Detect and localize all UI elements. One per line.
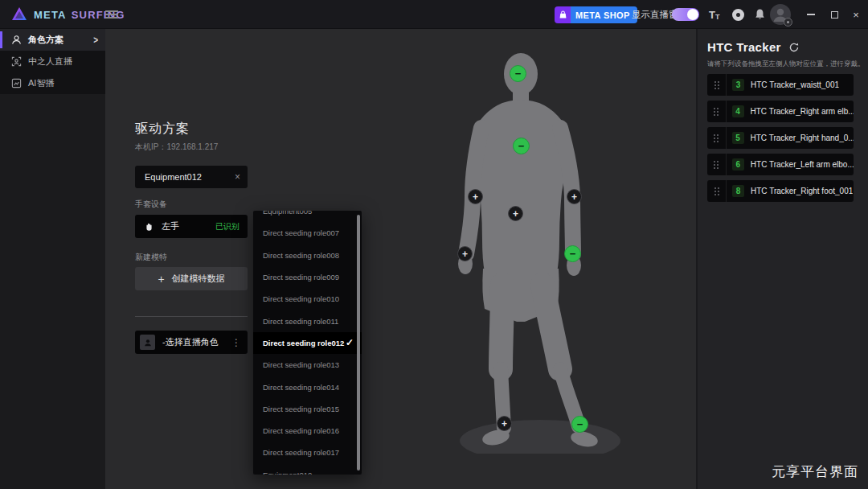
- person-icon: [10, 35, 22, 46]
- local-ip-label: 本机IP：192.168.1.217: [135, 142, 218, 153]
- divider: [135, 316, 248, 317]
- tracker-item[interactable]: 4 HTC Tracker_Right arm elb...: [707, 101, 854, 122]
- face-scan-icon: [10, 56, 22, 68]
- dropdown-item[interactable]: Direct seeding role017: [253, 442, 362, 463]
- role-dropdown: Equipment005 Direct seeding role007 Dire…: [253, 211, 362, 475]
- glove-section-label: 手套设备: [135, 199, 167, 210]
- shop-bag-icon: [555, 6, 571, 23]
- dropdown-item[interactable]: Direct seeding role010: [253, 288, 362, 310]
- dropdown-item-partial[interactable]: Equipment005: [253, 211, 362, 222]
- new-model-label: 新建模特: [135, 252, 167, 263]
- tracker-item[interactable]: 3 HTC Tracker_waistt_001: [707, 74, 854, 96]
- tracker-item[interactable]: 8 HTC Tracker_Right foot_001: [707, 180, 854, 202]
- dropdown-item[interactable]: Direct seeding role014: [253, 376, 362, 397]
- tracker-name: HTC Tracker_Right foot_001: [751, 187, 853, 195]
- app-window: META SURFING META SHOP 显示直播窗口 TT: [0, 0, 868, 489]
- tracker-number-badge: 6: [732, 158, 744, 171]
- dropdown-item-partial[interactable]: Equipment010: [253, 464, 362, 475]
- create-model-label: 创建模特数据: [172, 273, 225, 285]
- tracker-item[interactable]: 6 HTC Tracker_Left arm elbo...: [707, 154, 854, 175]
- dropdown-item[interactable]: Direct seeding role007: [253, 222, 362, 244]
- drag-handle-icon[interactable]: [707, 101, 727, 122]
- tracker-marker-right-ankle[interactable]: −: [571, 416, 588, 433]
- notifications-bell-icon[interactable]: [754, 8, 766, 21]
- hand-icon: [144, 221, 154, 232]
- tracker-panel-title: HTC Tracker: [707, 40, 781, 54]
- tracker-marker-left-elbow[interactable]: +: [468, 189, 483, 204]
- sidebar-item-ai-live[interactable]: AI智播: [0, 72, 105, 94]
- sidebar-item-label: AI智播: [28, 77, 54, 89]
- glove-status-badge: 已识别: [215, 221, 240, 232]
- htc-tracker-panel: HTC Tracker 请将下列设备拖拽至左侧人物对应位置，进行穿戴。 3 HT…: [696, 29, 868, 489]
- tracker-name: HTC Tracker_Right arm elb...: [751, 107, 854, 116]
- tracker-number-badge: 3: [732, 79, 744, 91]
- role-select[interactable]: -选择直播角色 ⋮: [135, 331, 248, 354]
- dropdown-item[interactable]: Direct seeding role016: [253, 420, 362, 442]
- app-logo-icon: [10, 6, 28, 23]
- dropdown-item-selected[interactable]: Direct seeding role012 ✓: [253, 332, 362, 354]
- role-avatar-icon: [140, 335, 155, 350]
- tracker-name: HTC Tracker_waistt_001: [751, 80, 839, 89]
- tracker-marker-chest[interactable]: −: [513, 138, 530, 154]
- sidebar-item-role-plan[interactable]: 角色方案 >: [0, 29, 105, 51]
- equipment-input-box: ×: [135, 166, 248, 188]
- tracker-panel-title-row: HTC Tracker: [707, 40, 858, 54]
- sidebar-menu: 角色方案 > 中之人直播 AI智播: [0, 29, 105, 94]
- tracker-number-badge: 4: [732, 105, 744, 117]
- role-select-value: -选择直播角色: [162, 336, 219, 348]
- drag-handle-icon[interactable]: [707, 154, 727, 175]
- hamburger-menu-icon[interactable]: [105, 10, 118, 18]
- meta-shop-label: META SHOP: [571, 6, 637, 23]
- tracker-item[interactable]: 5 HTC Tracker_Right hand_0...: [707, 127, 854, 149]
- text-size-icon[interactable]: TT: [709, 0, 719, 29]
- tracker-marker-right-elbow[interactable]: +: [567, 189, 582, 204]
- dropdown-scrollbar[interactable]: [357, 215, 360, 471]
- clear-input-icon[interactable]: ×: [235, 171, 240, 183]
- record-icon[interactable]: [732, 9, 744, 21]
- ai-live-icon: [10, 78, 22, 89]
- window-close-button[interactable]: ×: [845, 0, 867, 29]
- top-bar: META SURFING META SHOP 显示直播窗口 TT: [0, 0, 868, 29]
- dropdown-item[interactable]: Direct seeding role008: [253, 244, 362, 266]
- sidebar-item-avatar-live[interactable]: 中之人直播: [0, 51, 105, 72]
- dropdown-item[interactable]: Direct seeding role009: [253, 266, 362, 288]
- tracker-marker-head[interactable]: −: [510, 65, 526, 82]
- tracker-name: HTC Tracker_Left arm elbo...: [751, 160, 854, 169]
- plus-icon: +: [158, 273, 164, 286]
- tracker-marker-left-ankle[interactable]: +: [497, 416, 512, 431]
- window-maximize-button[interactable]: [823, 0, 845, 29]
- dropdown-item[interactable]: Direct seeding role015: [253, 398, 362, 420]
- dropdown-item[interactable]: Direct seeding role011: [253, 310, 362, 331]
- tracker-number-badge: 5: [732, 132, 744, 144]
- tracker-panel-subtitle: 请将下列设备拖拽至左侧人物对应位置，进行穿戴。: [707, 60, 858, 69]
- glove-device-row[interactable]: 左手 已识别: [135, 215, 248, 238]
- chevron-right-icon: >: [93, 34, 98, 45]
- dropdown-item[interactable]: Direct seeding role013: [253, 354, 362, 376]
- tracker-marker-waist[interactable]: +: [508, 206, 523, 221]
- avatar-badge: [784, 18, 792, 27]
- drag-handle-icon[interactable]: [707, 180, 727, 202]
- tracker-marker-right-wrist[interactable]: −: [564, 245, 581, 262]
- tracker-name: HTC Tracker_Right hand_0...: [751, 134, 854, 142]
- drag-handle-icon[interactable]: [707, 74, 727, 96]
- sidebar-item-label: 中之人直播: [28, 55, 72, 68]
- check-icon: ✓: [346, 337, 354, 348]
- drag-handle-icon[interactable]: [707, 127, 727, 149]
- create-model-button[interactable]: + 创建模特数据: [135, 267, 248, 290]
- meta-shop-button[interactable]: META SHOP: [555, 6, 637, 23]
- more-options-icon[interactable]: ⋮: [231, 337, 241, 348]
- sidebar: [0, 29, 105, 489]
- show-live-window-toggle[interactable]: [672, 8, 699, 21]
- user-avatar[interactable]: [770, 4, 791, 25]
- platform-watermark: 元享平台界面: [772, 462, 858, 481]
- refresh-icon[interactable]: [788, 42, 800, 53]
- window-minimize-button[interactable]: [800, 0, 822, 29]
- glove-hand-label: 左手: [162, 220, 179, 232]
- sidebar-item-label: 角色方案: [28, 34, 63, 46]
- page-title: 驱动方案: [135, 121, 190, 138]
- tracker-marker-left-wrist[interactable]: +: [457, 246, 473, 261]
- tracker-number-badge: 8: [732, 185, 744, 197]
- equipment-input[interactable]: [135, 172, 219, 182]
- brand-meta: META: [34, 9, 67, 21]
